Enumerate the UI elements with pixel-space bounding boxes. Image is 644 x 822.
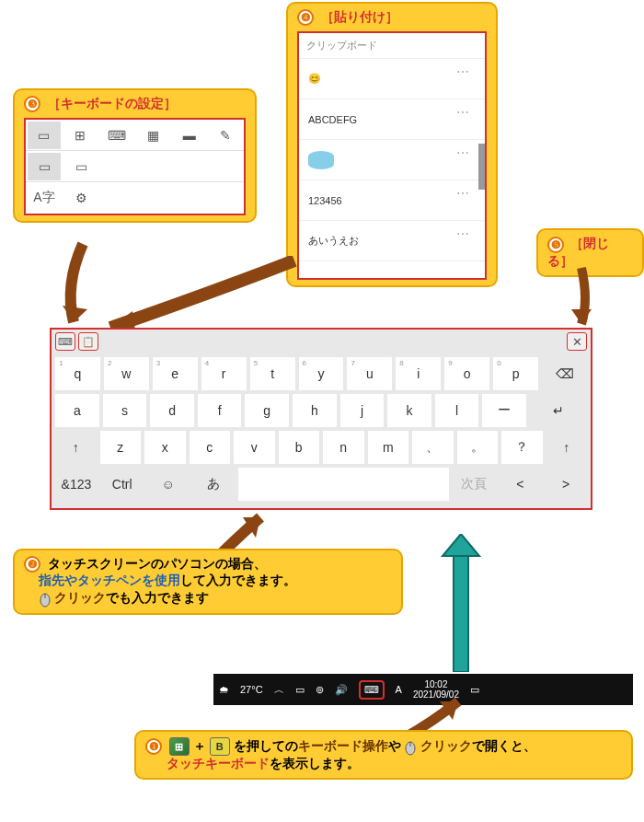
clipboard-header: クリップボード	[299, 33, 485, 59]
layout-option-1[interactable]: ▭	[28, 122, 61, 149]
key-left[interactable]: <	[499, 468, 541, 501]
key-next-page[interactable]: 次頁	[453, 468, 495, 501]
key-g[interactable]: g	[245, 394, 289, 427]
keyboard-settings-panel: ▭ ⊞ ⌨ ▦ ▬ ✎ ▭ ▭ A字 ⚙	[24, 118, 246, 215]
svg-marker-0	[63, 306, 87, 322]
key-x[interactable]: x	[144, 431, 186, 464]
key-v[interactable]: v	[234, 431, 275, 464]
key-s[interactable]: s	[103, 394, 147, 427]
key-t[interactable]: 5t	[250, 357, 295, 390]
co1-t7: を表示します。	[270, 756, 360, 770]
windows-key-icon: ⊞	[169, 737, 190, 756]
key-shift[interactable]: ↑	[55, 431, 97, 464]
touch-keyboard: ⌨ 📋 ✕ 1q2w3e4r5t6y7u8i9o0p⌫ asdfghjklー↵ …	[50, 328, 592, 510]
key-l[interactable]: l	[435, 394, 479, 427]
clipboard-item[interactable]: ⋯	[299, 140, 485, 180]
taskbar-temperature[interactable]: 27°C	[235, 674, 269, 705]
key-emoji[interactable]: ☺	[147, 468, 190, 501]
settings-gear-icon[interactable]: ⚙	[64, 184, 98, 212]
plus-sign: ＋	[193, 738, 206, 753]
clipboard-button[interactable]: 📋	[78, 332, 98, 351]
item-menu-icon[interactable]: ⋯	[456, 226, 470, 241]
item-menu-icon[interactable]: ⋯	[456, 105, 470, 120]
close-button[interactable]: ✕	[567, 332, 587, 351]
keyboard-settings-button[interactable]: ⌨	[55, 332, 75, 351]
layout-option-3[interactable]: ⌨	[100, 122, 133, 149]
svg-rect-6	[454, 552, 468, 672]
key-symbols[interactable]: &123	[55, 468, 98, 501]
key-right[interactable]: >	[545, 468, 587, 501]
cylinder-image	[308, 151, 334, 169]
key-kana[interactable]: あ	[192, 468, 235, 501]
layout-option-4[interactable]: ▦	[137, 122, 170, 149]
clipboard-item[interactable]: あいうえお⋯	[299, 221, 485, 261]
taskbar-clock[interactable]: 10:02 2021/09/02	[408, 679, 465, 700]
key-m[interactable]: m	[368, 431, 409, 464]
item-menu-icon[interactable]: ⋯	[456, 145, 470, 160]
key-o[interactable]: 9o	[444, 357, 489, 390]
weather-icon[interactable]: 🌧	[213, 674, 235, 705]
key-b[interactable]: b	[279, 431, 320, 464]
key-d[interactable]: d	[150, 394, 194, 427]
key-k[interactable]: k	[387, 394, 431, 427]
wifi-icon[interactable]: ⊚	[310, 674, 329, 705]
item-menu-icon[interactable]: ⋯	[456, 186, 470, 201]
badge-4: ❹	[297, 9, 314, 26]
scrollbar[interactable]	[478, 144, 485, 190]
key-j[interactable]: j	[340, 394, 385, 427]
key-z[interactable]: z	[100, 431, 142, 464]
key-？[interactable]: ？	[501, 431, 543, 464]
key-i[interactable]: 8i	[396, 357, 441, 390]
volume-icon[interactable]: 🔊	[329, 674, 353, 705]
svg-marker-7	[443, 534, 479, 556]
clipboard-item[interactable]: ABCDEFG⋯	[299, 99, 485, 140]
callout-open-keyboard: ❶ ⊞ ＋ B を押してのキーボード操作や クリックで開くと、 タッチキーボード…	[134, 730, 633, 780]
clipboard-item[interactable]: 😊⋯	[299, 59, 485, 99]
clipboard-item[interactable]: 123456⋯	[299, 180, 485, 221]
mouse-icon	[404, 737, 417, 756]
co1-t1: を押しての	[234, 738, 298, 753]
layout-option-6[interactable]: ✎	[210, 122, 243, 149]
key-c[interactable]: c	[190, 431, 231, 464]
callout-keyboard-settings: ❸ ［キーボードの設定］ ▭ ⊞ ⌨ ▦ ▬ ✎ ▭ ▭ A字 ⚙	[13, 88, 257, 223]
touch-keyboard-taskbar-button[interactable]: ⌨	[353, 674, 390, 705]
key-shift-right[interactable]: ↑	[546, 431, 588, 464]
badge-2: ❷	[24, 556, 40, 573]
callout-paste: ❹ ［貼り付け］ クリップボード 😊⋯ ABCDEFG⋯ ⋯ 123456⋯ あ…	[286, 2, 498, 287]
key-ctrl[interactable]: Ctrl	[101, 468, 144, 501]
key-q[interactable]: 1q	[55, 357, 100, 390]
item-menu-icon[interactable]: ⋯	[456, 64, 470, 79]
arrow-5-to-close	[563, 263, 600, 333]
badge-3: ❸	[24, 96, 40, 112]
callout-touch-input: ❷ タッチスクリーンのパソコンの場合、 指先やタッチペンを使用して入力できます。…	[13, 549, 403, 615]
key-。[interactable]: 。	[457, 431, 499, 464]
tray-chevron-icon[interactable]: ︿	[269, 674, 290, 705]
key-a[interactable]: a	[55, 394, 99, 427]
dock-option-1[interactable]: ▭	[28, 153, 61, 180]
key-enter[interactable]: ↵	[530, 394, 587, 427]
badge-1: ❶	[145, 738, 162, 755]
key-h[interactable]: h	[293, 394, 337, 427]
key-、[interactable]: 、	[412, 431, 454, 464]
dock-option-2[interactable]: ▭	[64, 153, 98, 180]
layout-option-2[interactable]: ⊞	[64, 122, 98, 149]
key-e[interactable]: 3e	[153, 357, 198, 390]
battery-icon[interactable]: ▭	[290, 674, 310, 705]
key-backspace[interactable]: ⌫	[542, 357, 587, 390]
key-p[interactable]: 0p	[493, 357, 538, 390]
callout-4-label: ［貼り付け］	[321, 9, 398, 24]
b-key-icon: B	[210, 737, 230, 756]
font-option[interactable]: A字	[28, 184, 61, 212]
co2-line2-rest: して入力できます。	[180, 573, 296, 587]
arrow-4-to-kb	[101, 256, 304, 339]
key-n[interactable]: n	[323, 431, 364, 464]
key-y[interactable]: 6y	[299, 357, 344, 390]
key-space[interactable]	[238, 468, 449, 501]
key-r[interactable]: 4r	[201, 357, 247, 390]
layout-option-5[interactable]: ▬	[173, 122, 206, 149]
key-w[interactable]: 2w	[104, 357, 149, 390]
key-u[interactable]: 7u	[347, 357, 392, 390]
key-f[interactable]: f	[198, 394, 242, 427]
key-ー[interactable]: ー	[482, 394, 526, 427]
co1-t6: タッチキーボード	[167, 756, 270, 770]
